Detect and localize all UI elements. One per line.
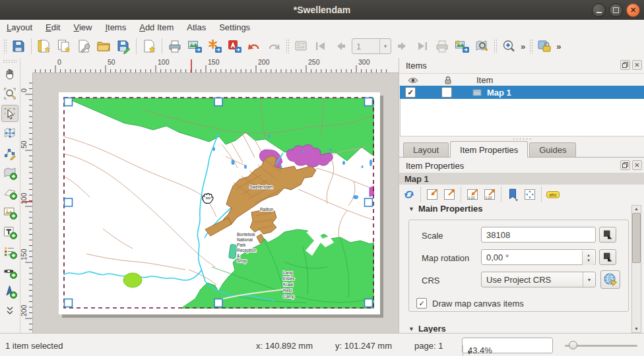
- layout-canvas[interactable]: 050100150200250300 050100150200: [20, 58, 399, 333]
- scale-input[interactable]: 38108: [481, 227, 596, 243]
- next-feature-icon: [395, 38, 410, 54]
- tab-layout[interactable]: Layout: [403, 142, 449, 157]
- add-items-from-template-button[interactable]: [140, 37, 158, 55]
- spinner-arrows[interactable]: ▲▼: [582, 251, 595, 265]
- add-picture-button[interactable]: [1, 204, 18, 221]
- tab-guides[interactable]: Guides: [529, 142, 576, 157]
- toolbar-overflow-button[interactable]: »: [556, 42, 561, 51]
- rotation-data-defined-button[interactable]: [599, 249, 616, 265]
- crs-combobox[interactable]: Use Project CRS ▾: [481, 272, 596, 287]
- lock-checkbox[interactable]: [441, 87, 452, 98]
- svg-text:Shop: Shop: [237, 258, 247, 264]
- interactive-extent-button[interactable]: [522, 187, 538, 202]
- print-button[interactable]: [166, 37, 184, 55]
- draw-canvas-items-checkbox[interactable]: ✓: [416, 298, 427, 309]
- export-as-pdf-button[interactable]: [225, 37, 243, 55]
- items-list-empty-area[interactable]: [400, 99, 644, 136]
- export-as-svg-button[interactable]: [205, 37, 224, 55]
- toolbar-overflow-button[interactable]: »: [521, 42, 525, 51]
- chevron-down-icon[interactable]: ▾: [379, 39, 391, 53]
- toolbar-grip[interactable]: [529, 39, 532, 53]
- print-atlas-button[interactable]: [433, 37, 451, 55]
- close-panel-icon[interactable]: ✕: [632, 60, 642, 70]
- draw-map-canvas-items-row[interactable]: ✓ Draw map canvas items: [416, 298, 524, 309]
- maximize-button[interactable]: [609, 3, 623, 17]
- export-atlas-button[interactable]: [453, 37, 471, 55]
- redo-button[interactable]: [265, 37, 283, 55]
- layout-manager-button[interactable]: [75, 37, 93, 55]
- edit-nodes-item-tool-button[interactable]: [1, 144, 18, 162]
- select-crs-button[interactable]: [600, 270, 620, 289]
- toolbar-grip[interactable]: [3, 39, 7, 53]
- set-extent-from-canvas-button[interactable]: [424, 187, 440, 202]
- save-as-template-icon: [115, 38, 131, 54]
- atlas-settings-button[interactable]: [472, 37, 491, 55]
- chevron-down-icon[interactable]: ▾: [463, 345, 475, 356]
- labeling-settings-button[interactable]: abc: [545, 187, 561, 202]
- chevron-double-down-icon: [3, 307, 17, 316]
- menu-edit[interactable]: Edit: [46, 22, 60, 32]
- select-move-item-tool-button[interactable]: [1, 105, 18, 122]
- atlas-last-feature-button[interactable]: [413, 37, 432, 55]
- view-extent-in-canvas-button[interactable]: [441, 187, 457, 202]
- set-scale-from-canvas-button[interactable]: 1:23: [465, 187, 480, 202]
- map-rotation-spinbox[interactable]: 0,00 ° ▲▼: [481, 249, 596, 265]
- menu-add-item[interactable]: Add Item: [139, 22, 174, 32]
- atlas-next-feature-button[interactable]: [393, 37, 412, 55]
- float-panel-icon[interactable]: [620, 60, 630, 70]
- items-row-map1[interactable]: ✓ Map 1: [400, 86, 644, 99]
- view-scale-in-canvas-button[interactable]: 1:23: [482, 187, 498, 202]
- panel-splitter[interactable]: [399, 136, 644, 141]
- zoom-tool-button[interactable]: [1, 85, 18, 102]
- layers-section-header[interactable]: ▼ Layers: [408, 324, 446, 333]
- toolbar-grip[interactable]: [3, 59, 17, 63]
- atlas-first-feature-button[interactable]: [311, 37, 330, 55]
- add-label-button[interactable]: [1, 223, 18, 241]
- zoom-slider-handle[interactable]: [569, 341, 577, 349]
- menu-layout[interactable]: Layout: [7, 22, 32, 32]
- atlas-preview-button[interactable]: [292, 37, 310, 55]
- move-item-content-tool-button[interactable]: [1, 125, 18, 142]
- duplicate-layout-button[interactable]: [55, 37, 73, 55]
- menu-view[interactable]: View: [73, 22, 92, 32]
- map-item[interactable]: Swellendam Railton Bontebok National Par…: [63, 97, 374, 309]
- layout-page[interactable]: Swellendam Railton Bontebok National Par…: [59, 92, 380, 314]
- save-button[interactable]: [9, 37, 28, 55]
- pan-tool-button[interactable]: [1, 65, 18, 82]
- toolbar-more-button[interactable]: [1, 303, 18, 320]
- main-properties-section-header[interactable]: ▼ Main Properties: [408, 204, 482, 214]
- atlas-page-combo[interactable]: 1 ▾: [352, 38, 391, 54]
- save-as-template-button[interactable]: [114, 37, 133, 55]
- new-layout-button[interactable]: [35, 37, 53, 55]
- close-button[interactable]: ✕: [626, 3, 640, 17]
- svg-text:National: National: [237, 237, 253, 242]
- tab-item-properties[interactable]: Item Properties: [450, 141, 528, 158]
- add-north-arrow-button[interactable]: [1, 283, 18, 300]
- toolbar-grip[interactable]: [494, 39, 497, 53]
- visibility-checkbox[interactable]: ✓: [405, 87, 416, 98]
- bookmark-button[interactable]: [505, 187, 521, 202]
- float-panel-icon[interactable]: [620, 160, 630, 170]
- add-legend-button[interactable]: [1, 243, 18, 260]
- atlas-previous-feature-button[interactable]: [331, 37, 350, 55]
- properties-scrollbar[interactable]: ▲ ▼: [631, 205, 641, 333]
- menu-items[interactable]: Items: [105, 22, 126, 32]
- menu-atlas[interactable]: Atlas: [187, 22, 206, 32]
- zoom-level-combobox[interactable]: 43.4% ▾: [462, 338, 553, 353]
- menu-settings[interactable]: Settings: [219, 22, 250, 32]
- minimize-button[interactable]: [592, 3, 606, 17]
- add-scalebar-button[interactable]: [1, 263, 18, 280]
- toolbar-grip[interactable]: [286, 39, 289, 53]
- undo-button[interactable]: [245, 37, 263, 55]
- add-map-button[interactable]: [1, 164, 18, 181]
- export-as-image-button[interactable]: [185, 37, 204, 55]
- zoom-in-button[interactable]: [499, 37, 518, 55]
- add-3d-map-button[interactable]: [1, 184, 18, 201]
- close-panel-icon[interactable]: ✕: [632, 160, 642, 170]
- scale-data-defined-button[interactable]: [599, 227, 616, 243]
- lock-items-button[interactable]: [535, 37, 554, 55]
- refresh-map-button[interactable]: [401, 187, 417, 202]
- scrollbar-handle[interactable]: [632, 213, 641, 263]
- svg-text:1:23: 1:23: [486, 196, 492, 200]
- open-button[interactable]: [94, 37, 113, 55]
